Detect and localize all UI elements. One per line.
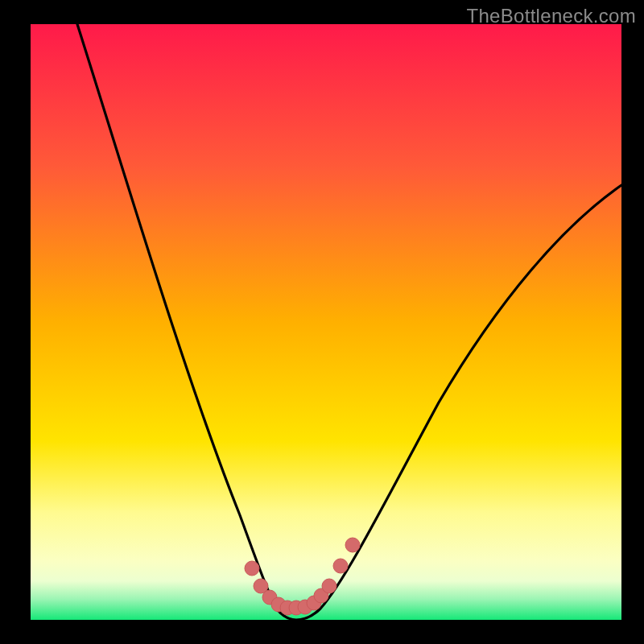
svg-point-9 [322,579,336,593]
chart-container: TheBottleneck.com [0,0,644,644]
svg-point-10 [333,559,348,573]
watermark-text: TheBottleneck.com [466,5,636,27]
plot-area [31,24,621,620]
bottleneck-plot [0,0,644,644]
svg-point-11 [345,538,360,552]
svg-point-0 [245,561,259,576]
